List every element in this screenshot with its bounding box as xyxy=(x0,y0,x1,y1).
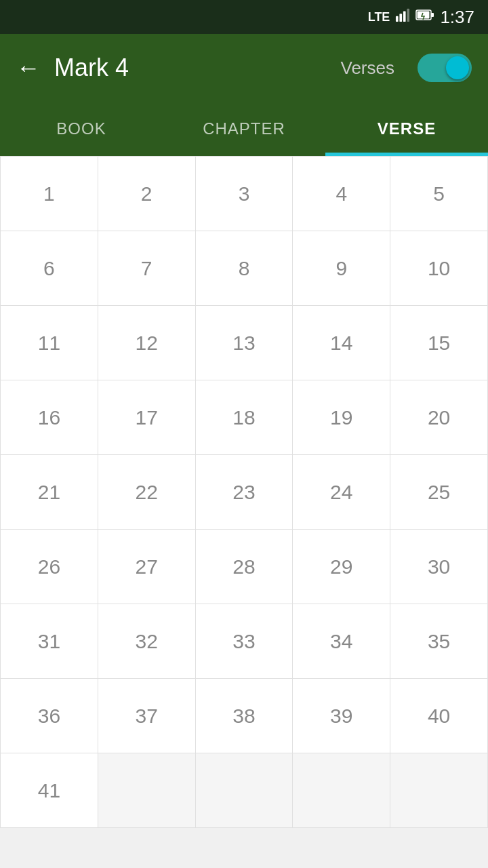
verse-cell-20[interactable]: 20 xyxy=(390,380,488,455)
verse-cell-35[interactable]: 35 xyxy=(390,604,488,679)
verse-grid: 1234567891011121314151617181920212223242… xyxy=(0,156,488,828)
verse-cell-1[interactable]: 1 xyxy=(1,157,98,231)
app-bar: ← Mark 4 Verses xyxy=(0,34,488,102)
verses-label: Verses xyxy=(341,58,395,79)
verse-cell-41[interactable]: 41 xyxy=(1,753,98,828)
toggle-thumb xyxy=(446,56,469,79)
signal-icon xyxy=(395,7,410,26)
verse-cell-8[interactable]: 8 xyxy=(196,231,293,306)
verse-cell-empty xyxy=(293,753,390,828)
verse-cell-32[interactable]: 32 xyxy=(98,604,196,679)
verse-cell-13[interactable]: 13 xyxy=(196,306,293,380)
verse-cell-empty xyxy=(390,753,488,828)
verse-cell-19[interactable]: 19 xyxy=(293,380,390,455)
verse-cell-11[interactable]: 11 xyxy=(1,306,98,380)
verse-cell-21[interactable]: 21 xyxy=(1,455,98,530)
verse-cell-30[interactable]: 30 xyxy=(390,530,488,604)
verse-cell-18[interactable]: 18 xyxy=(196,380,293,455)
verse-cell-36[interactable]: 36 xyxy=(1,679,98,753)
verse-cell-25[interactable]: 25 xyxy=(390,455,488,530)
toggle-track xyxy=(418,54,472,82)
verse-cell-15[interactable]: 15 xyxy=(390,306,488,380)
verse-cell-empty xyxy=(196,753,293,828)
tab-verse[interactable]: VERSE xyxy=(325,102,488,156)
status-bar: LTE 1:37 xyxy=(0,0,488,34)
battery-icon xyxy=(415,7,434,26)
tab-chapter[interactable]: CHAPTER xyxy=(163,102,325,156)
verse-cell-4[interactable]: 4 xyxy=(293,157,390,231)
svg-rect-6 xyxy=(431,13,434,17)
verses-toggle[interactable] xyxy=(418,54,472,82)
tab-book[interactable]: BOOK xyxy=(0,102,163,156)
verse-cell-27[interactable]: 27 xyxy=(98,530,196,604)
verse-cell-6[interactable]: 6 xyxy=(1,231,98,306)
verse-cell-7[interactable]: 7 xyxy=(98,231,196,306)
verse-cell-12[interactable]: 12 xyxy=(98,306,196,380)
verse-cell-31[interactable]: 31 xyxy=(1,604,98,679)
verse-cell-5[interactable]: 5 xyxy=(390,157,488,231)
verse-cell-37[interactable]: 37 xyxy=(98,679,196,753)
verse-cell-38[interactable]: 38 xyxy=(196,679,293,753)
verse-cell-22[interactable]: 22 xyxy=(98,455,196,530)
lte-indicator: LTE xyxy=(368,10,390,24)
verse-cell-14[interactable]: 14 xyxy=(293,306,390,380)
verse-cell-23[interactable]: 23 xyxy=(196,455,293,530)
verse-cell-39[interactable]: 39 xyxy=(293,679,390,753)
verse-cell-34[interactable]: 34 xyxy=(293,604,390,679)
svg-rect-3 xyxy=(407,9,410,22)
back-button[interactable]: ← xyxy=(16,56,41,80)
svg-rect-2 xyxy=(403,12,406,22)
clock: 1:37 xyxy=(440,7,474,28)
verse-cell-17[interactable]: 17 xyxy=(98,380,196,455)
verse-cell-10[interactable]: 10 xyxy=(390,231,488,306)
tab-bar: BOOK CHAPTER VERSE xyxy=(0,102,488,156)
verse-cell-28[interactable]: 28 xyxy=(196,530,293,604)
verse-cell-33[interactable]: 33 xyxy=(196,604,293,679)
verse-grid-container: 1234567891011121314151617181920212223242… xyxy=(0,156,488,828)
page-title: Mark 4 xyxy=(54,54,327,82)
verse-cell-3[interactable]: 3 xyxy=(196,157,293,231)
verse-cell-2[interactable]: 2 xyxy=(98,157,196,231)
verse-cell-24[interactable]: 24 xyxy=(293,455,390,530)
verse-cell-9[interactable]: 9 xyxy=(293,231,390,306)
svg-rect-1 xyxy=(400,14,403,22)
verse-cell-40[interactable]: 40 xyxy=(390,679,488,753)
verse-cell-26[interactable]: 26 xyxy=(1,530,98,604)
verse-cell-29[interactable]: 29 xyxy=(293,530,390,604)
svg-rect-0 xyxy=(396,16,399,22)
verse-cell-empty xyxy=(98,753,196,828)
verse-cell-16[interactable]: 16 xyxy=(1,380,98,455)
